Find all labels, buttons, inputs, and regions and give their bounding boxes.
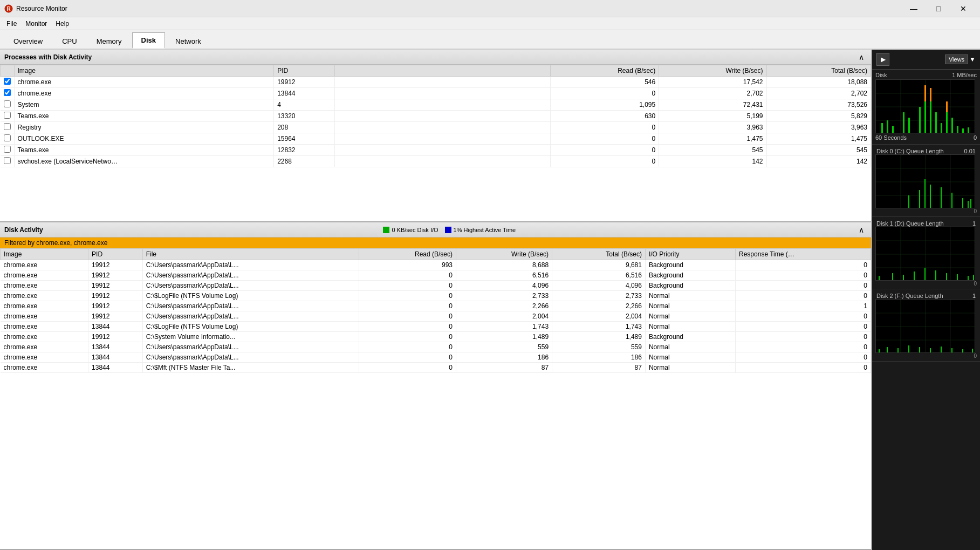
disk-chart-time: 60 Seconds 0: [875, 134, 977, 141]
tab-overview[interactable]: Overview: [4, 33, 52, 49]
row-image: chrome.exe: [1, 332, 88, 342]
processes-collapse-icon[interactable]: ∧: [856, 52, 867, 63]
process-checkbox[interactable]: [4, 89, 11, 96]
processes-table-container[interactable]: Image PID Read (B/sec) Write (B/sec) Tot…: [0, 65, 871, 221]
row-read: 0: [359, 301, 456, 311]
svg-rect-48: [892, 273, 893, 281]
disk-activity-title: Disk Activity: [4, 226, 43, 234]
row-image: chrome.exe: [1, 352, 88, 363]
col-write: Write (B/sec): [659, 65, 766, 77]
svg-rect-40: [970, 199, 971, 208]
process-checkbox[interactable]: [4, 78, 11, 85]
row-total: 4,096: [552, 281, 646, 291]
svg-rect-22: [968, 127, 969, 133]
process-checkbox[interactable]: [4, 157, 11, 164]
row-checkbox[interactable]: [1, 156, 15, 167]
col-da-priority: I/O Priority: [645, 249, 735, 260]
close-button[interactable]: ✕: [951, 0, 976, 17]
svg-rect-19: [951, 118, 953, 133]
disk-activity-header[interactable]: Disk Activity 0 KB/sec Disk I/O 1% Highe…: [0, 222, 871, 237]
views-dropdown-icon[interactable]: ▼: [969, 56, 976, 63]
menu-file[interactable]: File: [2, 19, 21, 29]
expand-button[interactable]: ▶: [876, 53, 889, 66]
tab-disk[interactable]: Disk: [132, 32, 165, 49]
row-read: 0: [550, 145, 659, 156]
row-pid: 13844: [274, 88, 335, 99]
menu-help[interactable]: Help: [51, 19, 73, 29]
row-checkbox[interactable]: [1, 88, 15, 99]
table-row: Teams.exe 13320 630 5,199 5,829: [1, 111, 871, 122]
svg-rect-66: [908, 345, 909, 353]
disk1-section: Disk 1 (D:) Queue Length 1: [872, 217, 980, 289]
disk-activity-table: Image PID File Read (B/sec) Write (B/sec…: [0, 248, 871, 373]
svg-rect-33: [919, 190, 920, 208]
process-checkbox[interactable]: [4, 123, 11, 130]
processes-header[interactable]: Processes with Disk Activity ∧: [0, 50, 871, 65]
row-write: 87: [456, 363, 552, 373]
tab-network[interactable]: Network: [166, 33, 210, 49]
row-priority: Normal: [645, 352, 735, 363]
row-checkbox[interactable]: [1, 133, 15, 145]
main-layout: Processes with Disk Activity ∧ Image PID…: [0, 50, 980, 550]
table-row: chrome.exe 13844 C:\$LogFile (NTFS Volum…: [1, 322, 871, 332]
row-total: 3,963: [766, 122, 871, 133]
row-read: 993: [359, 260, 456, 270]
row-file: C:\Users\passmark\AppData\L...: [142, 301, 359, 311]
table-row: Registry 208 0 3,963 3,963: [1, 122, 871, 133]
process-checkbox[interactable]: [4, 100, 11, 107]
row-file: C:\Users\passmark\AppData\L...: [142, 260, 359, 270]
row-total: 9,681: [552, 260, 646, 270]
row-read: 0: [359, 342, 456, 352]
row-spacer: [334, 99, 550, 111]
disk0-label-row: Disk 0 (C:) Queue Length 0.01: [875, 148, 977, 154]
row-image: Registry: [14, 122, 274, 133]
row-pid: 4: [274, 99, 335, 111]
tab-cpu[interactable]: CPU: [53, 33, 86, 49]
row-checkbox[interactable]: [1, 111, 15, 122]
row-pid: 13844: [88, 363, 143, 373]
row-pid: 19912: [88, 311, 143, 322]
row-pid: 13844: [88, 352, 143, 363]
row-write: 72,431: [659, 99, 766, 111]
maximize-button[interactable]: □: [926, 0, 951, 17]
views-button[interactable]: Views: [945, 55, 968, 64]
row-priority: Normal: [645, 311, 735, 322]
table-row: chrome.exe 13844 C:\Users\passmark\AppDa…: [1, 352, 871, 363]
row-checkbox[interactable]: [1, 77, 15, 88]
row-total: 2,733: [552, 291, 646, 301]
svg-rect-56: [973, 275, 974, 281]
badge-active-color: [445, 227, 451, 233]
process-checkbox[interactable]: [4, 146, 11, 153]
table-row: chrome.exe 19912 C:\System Volume Inform…: [1, 332, 871, 342]
right-panel-header: ▶ Views ▼: [872, 50, 980, 70]
row-checkbox[interactable]: [1, 99, 15, 111]
svg-rect-21: [962, 128, 964, 133]
process-checkbox[interactable]: [4, 112, 11, 119]
svg-rect-37: [951, 193, 952, 208]
svg-rect-34: [924, 179, 926, 208]
row-checkbox[interactable]: [1, 122, 15, 133]
process-checkbox[interactable]: [4, 134, 11, 141]
row-total: 142: [766, 156, 871, 167]
row-read: 0: [550, 88, 659, 99]
minimize-button[interactable]: —: [901, 0, 926, 17]
row-total: 5,829: [766, 111, 871, 122]
menu-monitor[interactable]: Monitor: [21, 19, 51, 29]
row-pid: 13844: [88, 322, 143, 332]
disk1-chart: [875, 227, 975, 281]
row-write: 5,199: [659, 111, 766, 122]
row-read: 0: [359, 332, 456, 342]
row-read: 0: [359, 322, 456, 332]
row-checkbox[interactable]: [1, 145, 15, 156]
tab-memory[interactable]: Memory: [87, 33, 131, 49]
disk-activity-table-container[interactable]: Image PID File Read (B/sec) Write (B/sec…: [0, 248, 871, 549]
row-file: C:\$Mft (NTFS Master File Ta...: [142, 363, 359, 373]
svg-rect-9: [887, 120, 888, 133]
row-total: 2,004: [552, 311, 646, 322]
row-total: 186: [552, 352, 646, 363]
disk-activity-collapse-icon[interactable]: ∧: [856, 225, 867, 235]
row-response: 0: [736, 281, 871, 291]
svg-rect-47: [879, 276, 880, 281]
row-read: 546: [550, 77, 659, 88]
app-icon: R: [4, 4, 13, 13]
